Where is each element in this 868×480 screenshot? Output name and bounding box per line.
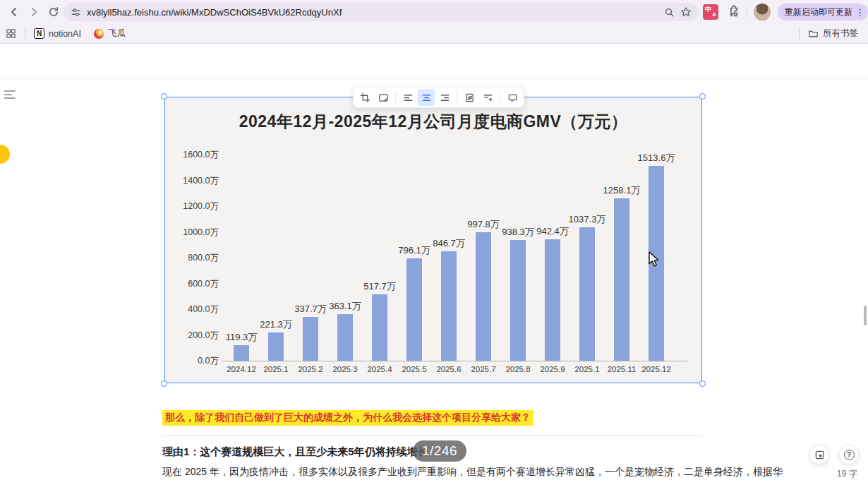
x-axis-tick: 2025.12 [639,365,674,373]
x-axis-tick: 2025.11 [604,365,639,373]
help-fab[interactable]: ? [839,445,859,464]
feigua-icon [94,29,104,39]
divider-line [162,435,702,436]
bookmark-notionai[interactable]: N notionAI [34,28,81,39]
align-right-icon[interactable] [436,89,453,106]
selection-handle-br[interactable] [699,380,706,387]
page-indicator: 1/246 [413,440,466,462]
y-axis-tick: 1600.0万 [167,149,219,161]
highlighted-question: 那么，除了我们自己做到了巨大的成绩之外，为什么我会选择这个项目分享给大家？ [162,410,534,426]
folder-icon [808,28,819,39]
toolbar-separator [395,92,396,103]
x-axis-tick: 2025.6 [431,365,466,373]
chart-bar [614,198,629,361]
caption-edit-icon[interactable] [375,89,392,106]
bookmark-feigua[interactable]: 飞瓜 [94,28,126,40]
bookmarks-divider [25,28,25,40]
notion-icon: N [34,28,44,39]
url-text[interactable]: xv8lyll5haz.feishu.cn/wiki/MxDDwSChOiS4B… [87,7,658,18]
browser-profile-avatar[interactable] [754,4,771,20]
chart-bar [406,258,422,361]
y-axis-tick: 1000.0万 [167,227,219,239]
x-axis-tick: 2025.9 [535,365,570,373]
site-privacy-icon[interactable] [71,7,81,18]
bar-value-label: 517.7万 [350,280,409,293]
y-axis-tick: 1400.0万 [167,175,219,187]
extensions-puzzle-icon[interactable] [727,5,740,18]
back-icon[interactable] [6,4,23,20]
chart-bar [545,239,560,361]
chart-bar [234,345,249,361]
toolbar-separator [500,92,500,103]
copy-link-icon[interactable] [461,89,478,106]
chart-bar [476,232,491,361]
chart-image[interactable]: 2024年12月-2025年12月公司月度电商GMV（万元） 0.0万200.0… [164,97,702,383]
bar-value-label: 942.4万 [523,225,582,238]
forward-icon[interactable] [25,4,42,20]
chart-bar [303,317,318,361]
chart-bar [268,332,284,361]
y-axis-tick: 800.0万 [167,252,219,264]
toolbar-separator [457,92,457,103]
bookmarks-bar: N notionAI 飞瓜 所有书签 [0,24,868,44]
bar-value-label: 1258.1万 [592,184,651,197]
x-axis-tick: 2024.12 [224,365,259,373]
zoom-icon[interactable] [664,7,675,18]
chart-bar [579,227,595,361]
toolbar-divider [747,6,747,18]
bar-value-label: 1037.3万 [557,213,617,226]
browser-update-button[interactable]: 重新启动即可更新 ⋮ [778,4,868,20]
align-center-icon[interactable] [418,89,435,106]
image-toolbar [353,87,524,108]
x-axis-tick: 2025.4 [362,365,397,373]
y-axis-tick: 0.0万 [167,355,219,367]
selection-handle-tl[interactable] [161,93,167,100]
chart-bar [510,240,526,361]
bar-value-label: 119.3万 [212,331,271,344]
translate-extension-icon[interactable]: 中 A [703,4,718,20]
word-count: 19 字 [837,468,857,480]
crop-icon[interactable] [356,89,373,106]
x-axis-tick: 2025.3 [327,365,363,373]
bar-value-label: 363.1万 [315,300,375,313]
x-axis-tick: 2025.7 [466,365,501,373]
y-axis-tick: 600.0万 [167,278,219,290]
selection-handle-tr[interactable] [699,93,706,100]
mouse-cursor [649,251,661,268]
x-axis-tick: 2025.1 [569,365,605,373]
bar-value-label: 1513.6万 [627,152,686,164]
note-icon [814,450,825,460]
refresh-icon[interactable] [45,4,62,20]
browser-menu-icon[interactable]: ⋮ [855,8,864,17]
bar-value-label: 221.3万 [246,318,306,331]
selection-handle-bl[interactable] [161,380,167,387]
x-axis-tick: 2025.1 [258,365,294,373]
document-area: 2024年12月-2025年12月公司月度电商GMV（万元） 0.0万200.0… [0,79,868,480]
body-paragraph: 现在 2025 年，因为疫情冲击，很多实体以及很多产业收到严重影响，但是有两个赛… [162,466,783,479]
outline-toggle-icon[interactable] [4,90,18,103]
y-axis-tick: 1200.0万 [167,200,219,212]
feishu-header: 湖南向前一步企业管理有限公司 › 龙渊 › 2026千亿商机分享会 外部 已经保… [0,44,868,79]
comment-icon[interactable] [504,89,521,106]
insert-after-icon[interactable] [479,89,496,106]
x-axis-line [222,361,687,361]
help-icon: ? [844,450,855,460]
url-bar[interactable]: xv8lyll5haz.feishu.cn/wiki/MxDDwSChOiS4B… [64,3,699,21]
chart-bar [441,251,457,361]
apps-grid-icon[interactable] [6,28,16,39]
x-axis-tick: 2025.2 [293,365,328,373]
annotation-fab[interactable] [809,445,829,464]
floating-widget-bubble[interactable] [0,145,10,164]
bar-value-label: 846.7万 [419,237,478,250]
reason-heading: 理由1：这个赛道规模巨大，且至少未来5年仍将持续增长 [162,445,428,459]
align-left-icon[interactable] [399,89,416,106]
chart-bar [337,314,353,361]
chart-bar [372,294,387,361]
all-bookmarks-button[interactable]: 所有书签 [808,28,858,40]
x-axis-tick: 2025.5 [397,365,432,373]
bookmark-star-icon[interactable] [680,6,692,18]
scrollbar-thumb[interactable] [864,306,867,325]
browser-toolbar: xv8lyll5haz.feishu.cn/wiki/MxDDwSChOiS4B… [0,0,868,24]
chart-plot: 0.0万200.0万400.0万600.0万800.0万1000.0万1200.… [165,97,701,383]
x-axis-tick: 2025.8 [500,365,536,373]
